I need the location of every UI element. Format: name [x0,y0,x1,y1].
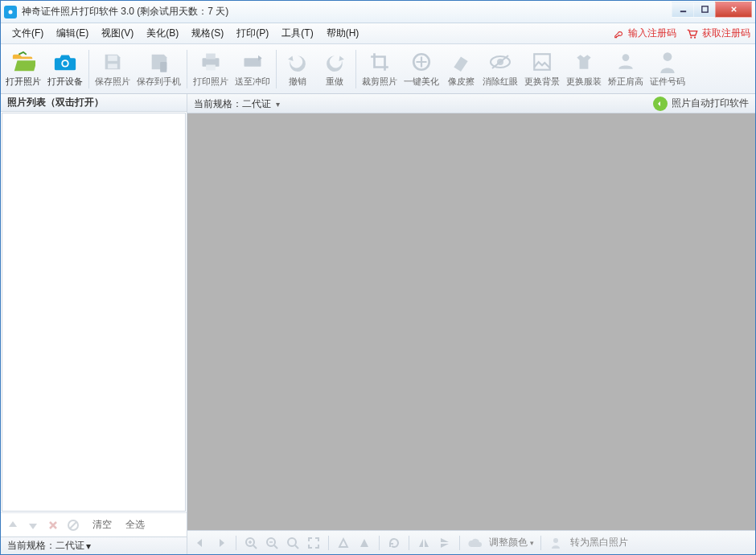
bg-button[interactable]: 更换背景 [521,46,563,92]
flip-h-button[interactable] [416,535,432,551]
send-print-label: 送至冲印 [235,76,270,88]
toolbar-sep [187,50,187,88]
zoom-out-button[interactable] [264,535,280,551]
eraser-label: 像皮擦 [448,76,475,88]
get-reg-code[interactable]: 获取注册码 [684,27,750,40]
menu-print[interactable]: 打印(P) [230,23,275,43]
magic-icon [409,50,433,74]
left-panel: 照片列表（双击打开） 清空 全选 当前规格： 二代证 ▾ [1,94,187,554]
app-icon [4,6,17,18]
open-device-label: 打开设备 [47,76,83,88]
svg-point-6 [63,61,68,66]
left-toolbar: 清空 全选 [1,512,187,536]
redo-icon [323,50,347,74]
adjust-color-button[interactable]: 调整颜色 ▾ [489,536,534,549]
next-button[interactable] [213,535,229,551]
redo-button[interactable]: 重做 [316,46,353,92]
menu-spec[interactable]: 规格(S) [185,23,230,43]
photo-list[interactable] [2,113,186,512]
menubar: 文件(F) 编辑(E) 视图(V) 美化(B) 规格(S) 打印(P) 工具(T… [1,23,755,44]
svg-line-24 [253,545,257,549]
toolbar-sep [355,50,356,88]
one-beauty-label: 一键美化 [404,76,439,88]
move-down-button[interactable] [24,516,42,534]
send-print-button[interactable]: 送至冲印 [232,46,273,92]
clothes-button[interactable]: 更换服装 [563,46,605,92]
svg-line-22 [70,522,76,528]
rotate-left-button[interactable] [335,535,351,551]
redo-label: 重做 [326,76,343,88]
minimize-button[interactable] [672,2,694,18]
spec-label: 当前规格： [194,98,242,109]
menu-view[interactable]: 视图(V) [95,23,140,43]
current-spec[interactable]: 当前规格：二代证 ▾ [194,97,280,111]
crop-button[interactable]: 裁剪照片 [359,46,401,92]
save-phone-label: 保存到手机 [137,76,181,88]
id-number-button[interactable]: 证件号码 [647,46,688,92]
svg-line-28 [274,545,277,549]
canvas-header: 当前规格：二代证 ▾ 照片自动打印软件 [187,94,755,113]
undo-label: 撤销 [289,76,306,88]
menu-tool[interactable]: 工具(T) [275,23,319,43]
toolbar-sep [88,50,89,88]
svg-rect-1 [680,10,685,12]
remove-button[interactable] [44,516,62,534]
rotate-right-button[interactable] [356,535,372,551]
send-print-icon [240,50,265,74]
shoulder-icon [614,50,638,74]
save-phone-button[interactable]: 保存到手机 [134,46,184,92]
close-button[interactable] [715,2,752,18]
folder-open-icon [11,50,35,74]
eraser-icon [449,50,473,74]
maximize-button[interactable] [693,2,716,18]
shoulder-button[interactable]: 矫正肩高 [605,46,647,92]
menu-help[interactable]: 帮助(H) [320,23,366,43]
camera-icon [53,50,77,74]
menu-edit[interactable]: 编辑(E) [50,23,95,43]
move-up-button[interactable] [4,516,22,534]
menu-beauty[interactable]: 美化(B) [140,23,185,43]
svg-rect-8 [108,64,117,68]
canvas[interactable] [187,113,755,530]
svg-rect-12 [206,65,216,71]
cart-icon [684,27,699,40]
flip-v-button[interactable] [437,535,453,551]
undo-button[interactable]: 撤销 [279,46,316,92]
svg-rect-2 [701,6,707,12]
to-bw-button[interactable]: 转为黑白照片 [570,536,628,549]
shoulder-label: 矫正肩高 [608,76,643,88]
clear-button[interactable]: 清空 [89,518,115,532]
zoom-fit-button[interactable] [285,535,301,551]
eraser-button[interactable]: 像皮擦 [442,46,479,92]
person-gray-icon [548,535,564,551]
svg-rect-9 [160,62,166,72]
fullscreen-button[interactable] [306,535,322,551]
prev-button[interactable] [192,535,208,551]
left-status[interactable]: 当前规格： 二代证 ▾ [1,536,187,554]
redeye-button[interactable]: 消除红眼 [479,46,521,92]
save-photo-button[interactable]: 保存照片 [92,46,134,92]
svg-rect-7 [108,56,117,61]
one-beauty-button[interactable]: 一键美化 [401,46,442,92]
print-photo-button[interactable]: 打印照片 [190,46,232,92]
delete-button[interactable] [64,516,82,534]
get-reg-code-label: 获取注册码 [702,27,750,40]
open-photo-label: 打开照片 [6,76,41,88]
refresh-button[interactable] [386,535,402,551]
clothes-label: 更换服装 [566,76,602,88]
background-icon [530,50,554,74]
auto-print-icon [653,97,668,111]
select-all-button[interactable]: 全选 [122,518,148,532]
right-panel: 当前规格：二代证 ▾ 照片自动打印软件 [187,94,755,554]
redeye-label: 消除红眼 [483,76,518,88]
open-device-button[interactable]: 打开设备 [44,46,86,92]
zoom-in-button[interactable] [243,535,259,551]
open-photo-button[interactable]: 打开照片 [2,46,44,92]
clothes-icon [572,50,596,74]
enter-reg-code-label: 输入注册码 [628,27,676,40]
chevron-down-icon: ▾ [86,541,91,552]
main-area: 照片列表（双击打开） 清空 全选 当前规格： 二代证 ▾ 当前规格：二代证 ▾ … [1,94,755,554]
menu-file[interactable]: 文件(F) [6,23,50,43]
enter-reg-code[interactable]: 输入注册码 [614,27,676,40]
auto-print-link[interactable]: 照片自动打印软件 [653,97,749,111]
